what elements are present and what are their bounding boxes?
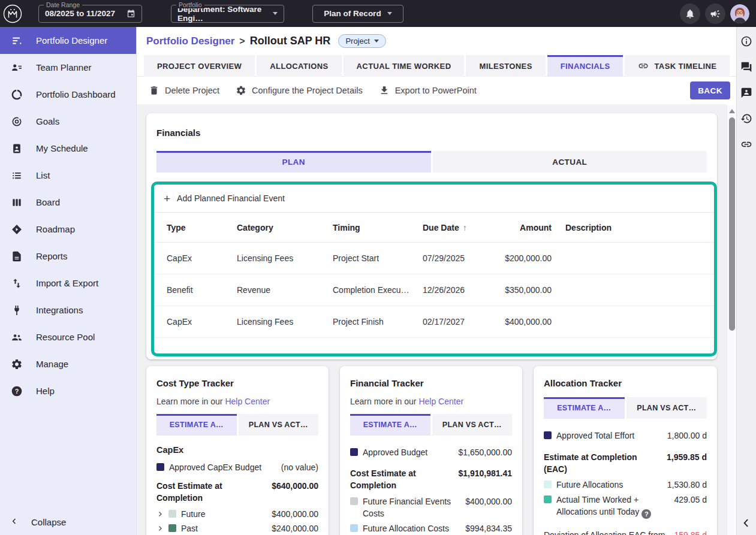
chevron-left-icon[interactable]	[740, 517, 752, 529]
export-powerpoint-button[interactable]: Export to PowerPoint	[379, 85, 477, 96]
sidebar-item-portfolio-designer[interactable]: Portfolio Designer	[0, 27, 136, 54]
column-header-amount[interactable]: Amount	[489, 223, 552, 232]
link-icon	[638, 61, 649, 71]
breadcrumb-parent-link[interactable]: Portfolio Designer	[146, 35, 234, 47]
legend-swatch	[350, 524, 358, 532]
tab-plan-vs-actual[interactable]: PLAN VS ACT…	[239, 414, 319, 436]
sidebar-item-label: List	[36, 170, 50, 180]
tab-estimate-at-completion[interactable]: ESTIMATE A…	[544, 397, 625, 419]
tab-actual-time-worked[interactable]: ACTUAL TIME WORKED	[344, 55, 465, 77]
cost-type-tracker-tabs: ESTIMATE A… PLAN VS ACT…	[156, 414, 318, 436]
help-icon: ?	[10, 385, 23, 398]
page-title: Rollout SAP HR	[250, 35, 331, 47]
tracker-row: Cost Estimate at Completion $640,000.00	[156, 480, 318, 504]
tab-allocations[interactable]: ALLOCATIONS	[257, 55, 341, 77]
sidebar-item-integrations[interactable]: Integrations	[0, 297, 136, 324]
scenario-selector[interactable]: Plan of Record	[312, 5, 403, 23]
scrollbar-up-arrow[interactable]	[729, 109, 735, 113]
notifications-button[interactable]	[680, 4, 700, 24]
sidebar-item-goals[interactable]: Goals	[0, 108, 136, 135]
avatar-image	[730, 4, 749, 23]
tab-financials[interactable]: FINANCIALS	[547, 55, 624, 77]
sidebar-item-board[interactable]: Board	[0, 189, 136, 216]
date-range-value: 08/2025 to 11/2027	[45, 9, 115, 18]
link-icon[interactable]	[740, 138, 752, 150]
sidebar-item-resource-pool[interactable]: Resource Pool	[0, 324, 136, 350]
column-header-category[interactable]: Category	[237, 223, 333, 232]
chevron-down-icon	[273, 12, 278, 15]
sidebar-item-list[interactable]: List	[0, 162, 136, 189]
contact-chat-icon[interactable]	[740, 87, 752, 99]
sidebar-item-team-planner[interactable]: Team Planner	[0, 54, 136, 81]
financial-tracker-title: Financial Tracker	[350, 378, 512, 388]
sidebar-item-label: Resource Pool	[36, 332, 95, 342]
sidebar-collapse-button[interactable]: Collapse	[0, 509, 136, 535]
column-header-description[interactable]: Description	[552, 223, 714, 232]
sidebar-item-roadmap[interactable]: Roadmap	[0, 216, 136, 243]
scrollbar-thumb[interactable]	[729, 117, 735, 331]
info-icon[interactable]	[740, 35, 752, 47]
project-tabs: PROJECT OVERVIEW ALLOCATIONS ACTUAL TIME…	[137, 55, 736, 77]
logo-icon	[3, 4, 22, 23]
cost-type-tracker-title: Cost Type Tracker	[156, 378, 318, 388]
history-icon[interactable]	[740, 113, 752, 125]
configure-project-button[interactable]: Configure the Project Details	[236, 85, 363, 96]
chevron-down-icon	[374, 40, 379, 43]
comments-icon[interactable]	[740, 61, 752, 73]
content-area: Financials PLAN ACTUAL + Add Planned Fin…	[137, 104, 727, 535]
legend-swatch	[168, 510, 176, 518]
capex-section-label: CapEx	[156, 445, 318, 455]
tab-estimate-at-completion[interactable]: ESTIMATE A…	[350, 414, 430, 436]
tracker-row-expandable[interactable]: Future $400,000.00	[156, 508, 318, 520]
meisterplan-logo[interactable]	[2, 4, 23, 24]
allocation-tracker-title: Allocation Tracker	[544, 378, 707, 388]
tab-plan-vs-actual[interactable]: PLAN VS ACT…	[432, 414, 513, 436]
roadmap-icon	[10, 223, 23, 236]
portfolio-label: Portfolio	[176, 1, 204, 8]
sidebar-item-my-schedule[interactable]: My Schedule	[0, 135, 136, 162]
add-financial-event-button[interactable]: + Add Planned Financial Event	[154, 185, 714, 213]
tab-task-timeline[interactable]: TASK TIMELINE	[625, 55, 730, 77]
help-tooltip-icon[interactable]: ?	[641, 509, 651, 519]
delete-project-button[interactable]: Delete Project	[149, 85, 219, 96]
sidebar-item-manage[interactable]: Manage	[0, 350, 136, 377]
tracker-row: Approved Total Effort 1,800.00 d	[544, 430, 707, 442]
column-header-due-date[interactable]: Due Date↑	[423, 223, 489, 232]
announcements-button[interactable]	[705, 4, 725, 24]
help-center-link[interactable]: Help Center	[225, 397, 270, 406]
deviation-days: 159.85 d	[674, 530, 707, 535]
sidebar-item-help[interactable]: ? Help	[0, 377, 136, 404]
date-range-field[interactable]: Date Range 08/2025 to 11/2027	[38, 5, 142, 23]
tab-actual[interactable]: ACTUAL	[433, 151, 707, 173]
breadcrumb: Portfolio Designer > Rollout SAP HR Proj…	[137, 27, 736, 55]
sidebar-item-label: Portfolio Designer	[36, 35, 107, 46]
column-header-timing[interactable]: Timing	[333, 223, 423, 232]
sidebar-item-reports[interactable]: Reports	[0, 243, 136, 270]
sidebar-item-import-export[interactable]: Import & Export	[0, 270, 136, 297]
bell-icon	[685, 8, 695, 19]
team-planner-icon	[10, 61, 23, 74]
megaphone-icon	[710, 8, 721, 19]
tab-plan-vs-actual[interactable]: PLAN VS ACT…	[627, 397, 707, 419]
help-center-link[interactable]: Help Center	[418, 397, 463, 406]
financial-event-row[interactable]: CapEx Licensing Fees Project Finish 02/1…	[154, 306, 714, 338]
chevron-right-icon	[156, 525, 164, 532]
gear-icon	[236, 85, 246, 96]
column-header-type[interactable]: Type	[167, 223, 237, 232]
portfolio-selector[interactable]: Portfolio Department: Software Engi…	[171, 5, 284, 23]
allocation-tracker-card: Allocation Tracker ESTIMATE A… PLAN VS A…	[534, 366, 717, 535]
tab-estimate-at-completion[interactable]: ESTIMATE A…	[156, 414, 237, 436]
sidebar-item-label: Team Planner	[36, 62, 92, 72]
plan-actual-tabs: PLAN ACTUAL	[156, 151, 707, 173]
user-avatar[interactable]	[730, 4, 749, 23]
back-button[interactable]: BACK	[690, 81, 730, 99]
project-type-chip[interactable]: Project	[338, 34, 385, 48]
tab-milestones[interactable]: MILESTONES	[466, 55, 545, 77]
financial-event-row[interactable]: CapEx Licensing Fees Project Start 07/29…	[154, 243, 714, 274]
sidebar-item-portfolio-dashboard[interactable]: Portfolio Dashboard	[0, 81, 136, 108]
tab-project-overview[interactable]: PROJECT OVERVIEW	[144, 55, 255, 77]
chevron-down-icon	[387, 12, 392, 15]
tab-plan[interactable]: PLAN	[156, 151, 431, 173]
tracker-row-expandable[interactable]: Past $240,000.00	[156, 522, 318, 534]
financial-event-row[interactable]: Benefit Revenue Completion Execu… 12/26/…	[154, 274, 714, 306]
